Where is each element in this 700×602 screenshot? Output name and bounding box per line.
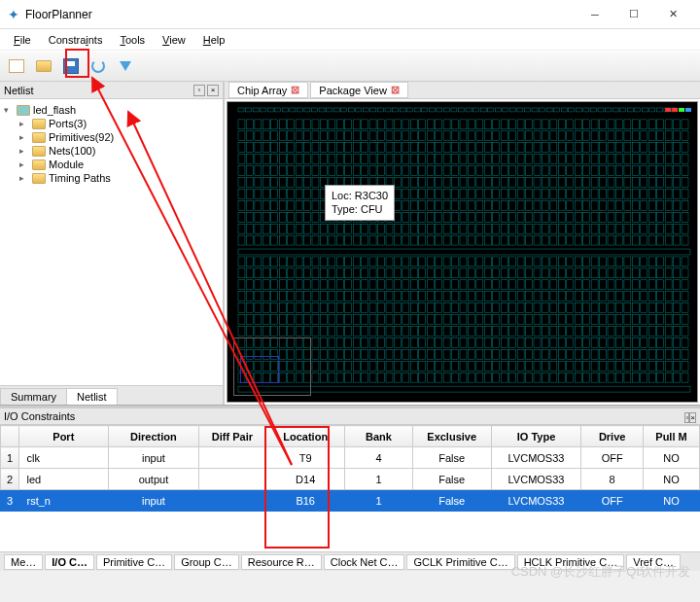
panel-pin-icon[interactable]: ▫ [193,85,205,96]
svg-rect-62 [672,108,678,112]
new-button[interactable] [6,55,27,77]
io-table[interactable]: Port Direction Diff Pair Location Bank E… [0,425,700,512]
menu-constraints[interactable]: Constraints [41,32,111,48]
tooltip-type: Type: CFU [332,202,388,216]
col-drive[interactable]: Drive [581,426,644,447]
tree-item-ports[interactable]: ▸Ports(3) [2,117,221,130]
chip-canvas[interactable]: Loc: R3C30 Type: CFU [227,101,698,403]
chip-tooltip: Loc: R3C30 Type: CFU [325,185,395,221]
maximize-button[interactable]: ☐ [614,1,653,28]
chip-area: Chip Array⊠ Package View⊠ Loc: R3C30 Typ… [224,82,700,405]
col-direction[interactable]: Direction [109,426,199,447]
col-bank[interactable]: Bank [345,426,412,447]
caret-right-icon[interactable]: ▸ [19,132,29,142]
caret-right-icon[interactable]: ▸ [19,119,29,128]
caret-right-icon[interactable]: ▸ [19,173,29,183]
panel-close-icon[interactable]: × [689,412,696,423]
netlist-sidebar: Netlist ▫× ▾ led_flash ▸Ports(3) ▸Primit… [0,82,224,405]
tree-root-label: led_flash [33,104,76,116]
caret-right-icon[interactable]: ▸ [19,159,29,169]
reload-button[interactable] [88,55,109,77]
title-bar: ✦ FloorPlanner ─ ☐ ✕ [0,0,700,29]
tree-label: Ports(3) [49,118,87,129]
download-button[interactable] [115,55,136,77]
folder-icon [32,132,46,143]
tree-label: Nets(100) [49,145,95,157]
folder-icon [32,173,46,184]
table-row-selected[interactable]: 3 rst_n input B16 1 False LVCMOS33 OFF N… [1,490,700,512]
folder-open-icon [36,60,52,72]
nav-view-rect[interactable] [240,356,279,383]
io-header-row: Port Direction Diff Pair Location Bank E… [1,426,700,447]
menu-tools[interactable]: Tools [112,32,153,48]
col-port[interactable]: Port [18,426,109,447]
tooltip-loc: Loc: R3C30 [332,189,388,202]
tab-netlist[interactable]: Netlist [66,388,118,405]
reload-icon [91,59,105,73]
tree-label: Primitives(92) [49,131,114,143]
netlist-panel-title: Netlist ▫× [0,82,223,99]
minimize-button[interactable]: ─ [576,1,614,28]
col-iotype[interactable]: IO Type [491,426,581,447]
svg-rect-63 [679,108,684,112]
ftab-group[interactable]: Group C… [174,554,239,570]
tree-item-nets[interactable]: ▸Nets(100) [2,144,221,158]
io-title-text: I/O Constraints [4,410,75,422]
menu-file[interactable]: File [6,32,39,48]
chip-icon [17,105,30,116]
svg-rect-64 [685,108,691,112]
io-constraints-panel: I/O Constraints ▫× Port Direction Diff P… [0,407,700,551]
io-panel-title: I/O Constraints ▫× [0,408,700,425]
table-row[interactable]: 1 clk input T9 4 False LVCMOS33 OFF NO [1,447,700,469]
ftab-gclk[interactable]: GCLK Primitive C… [406,554,514,570]
chip-tabs: Chip Array⊠ Package View⊠ [225,82,700,99]
tree-root[interactable]: ▾ led_flash [2,103,221,117]
tab-summary[interactable]: Summary [0,388,67,405]
nav-thumbnail[interactable] [233,337,311,396]
menu-help[interactable]: Help [195,32,233,48]
tab-chip-array[interactable]: Chip Array⊠ [228,82,308,98]
ftab-prim[interactable]: Primitive C… [96,554,172,570]
menu-view[interactable]: View [155,32,193,48]
ftab-io[interactable]: I/O C… [45,554,94,570]
folder-icon [32,146,46,157]
folder-icon [32,119,46,129]
save-icon [63,58,79,74]
watermark-text: CSDN @长沙红胖子Qt软件开发 [511,563,690,581]
table-row[interactable]: 2 led output D14 1 False LVCMOS33 8 NO [1,469,700,490]
svg-rect-61 [665,108,671,112]
app-logo-icon: ✦ [8,7,19,22]
ftab-res[interactable]: Resource R… [241,554,322,570]
folder-icon [32,159,46,170]
ftab-clk[interactable]: Clock Net C… [324,554,405,570]
tree-item-timing[interactable]: ▸Timing Paths [2,171,221,185]
sidebar-bottom-tabs: Summary Netlist [0,385,223,405]
tree-label: Module [49,159,84,170]
tree-label: Timing Paths [49,172,111,184]
col-pull[interactable]: Pull M [643,426,699,447]
tree-item-module[interactable]: ▸Module [2,158,221,171]
tree-item-primitives[interactable]: ▸Primitives(92) [2,130,221,144]
col-diffpair[interactable]: Diff Pair [198,426,265,447]
panel-close-icon[interactable]: × [207,85,219,96]
tab-package-view[interactable]: Package View⊠ [310,82,408,98]
window-title: FloorPlanner [25,8,576,21]
save-button[interactable] [60,55,82,77]
ftab-me[interactable]: Me… [4,554,43,570]
new-icon [9,59,24,73]
tab-close-icon[interactable]: ⊠ [291,84,299,96]
toolbar [0,51,700,82]
tab-close-icon[interactable]: ⊠ [391,84,400,96]
open-button[interactable] [33,55,54,77]
netlist-title-text: Netlist [4,85,34,96]
caret-right-icon[interactable]: ▸ [19,146,29,156]
menu-bar: File Constraints Tools View Help [0,29,700,51]
caret-down-icon[interactable]: ▾ [4,105,14,115]
col-exclusive[interactable]: Exclusive [412,426,491,447]
col-location[interactable]: Location [266,426,345,447]
netlist-tree[interactable]: ▾ led_flash ▸Ports(3) ▸Primitives(92) ▸N… [0,99,223,385]
download-icon [120,61,131,71]
close-button[interactable]: ✕ [653,1,692,28]
